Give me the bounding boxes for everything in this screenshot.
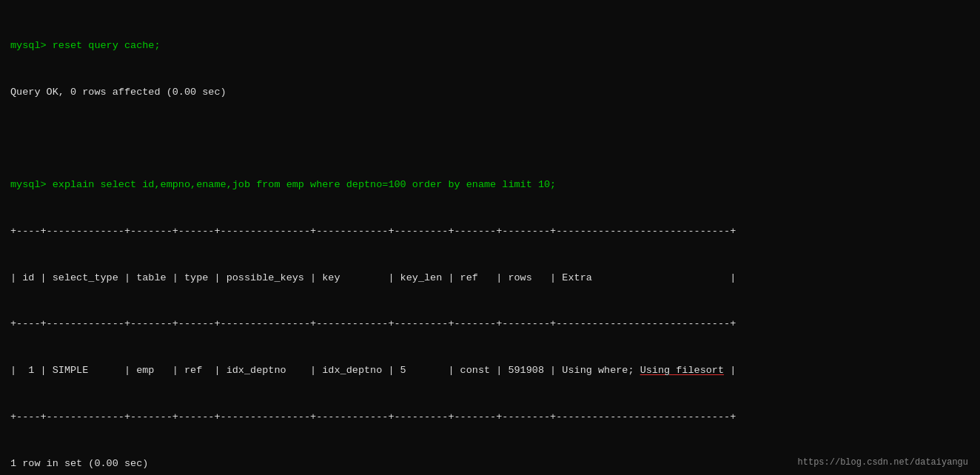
line-6: | id | select_type | table | type | poss…: [10, 271, 970, 286]
line-8: | 1 | SIMPLE | emp | ref | idx_deptno | …: [10, 363, 970, 379]
line-2: Query OK, 0 rows affected (0.00 sec): [10, 85, 970, 101]
terminal-output: mysql> reset query cache; Query OK, 0 ro…: [0, 0, 980, 475]
watermark: https://blog.csdn.net/dataiyangu: [798, 457, 968, 468]
line-4: mysql> explain select id,empno,ename,job…: [10, 178, 970, 193]
line-7: +----+-------------+-------+------+-----…: [10, 317, 970, 332]
line-5: +----+-------------+-------+------+-----…: [10, 224, 970, 240]
line-9: +----+-------------+-------+------+-----…: [10, 410, 970, 425]
line-1: mysql> reset query cache;: [10, 38, 970, 54]
line-3: [10, 131, 970, 146]
